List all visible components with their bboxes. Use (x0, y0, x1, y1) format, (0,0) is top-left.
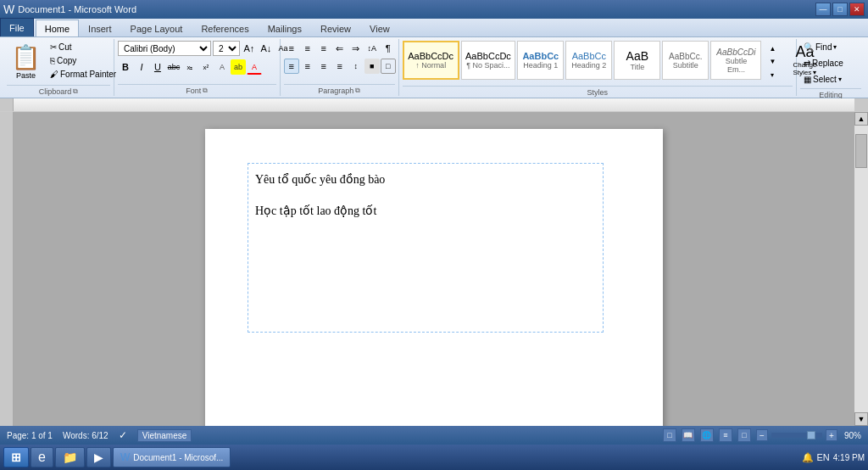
document-scroll-area[interactable]: Yêu tổ quốc yêu đồng bào Học tập tốt lao… (14, 112, 854, 426)
styles-scroll-down[interactable]: ▼ (765, 55, 780, 68)
tab-file[interactable]: File (0, 18, 34, 36)
style-title[interactable]: AaB Title (614, 41, 660, 80)
font-expand-icon[interactable]: ⧉ (203, 87, 208, 95)
strikethrough-button[interactable]: abc (166, 59, 181, 75)
taskbar-ie[interactable]: e (31, 447, 53, 467)
font-color-button[interactable]: A (247, 59, 262, 75)
maximize-button[interactable]: □ (832, 3, 848, 16)
style-subtle-em[interactable]: AaBbCcDi Subtle Em... (710, 41, 761, 80)
subscript-button[interactable]: x₂ (182, 59, 198, 75)
format-painter-button[interactable]: 🖌 Format Painter (47, 68, 120, 81)
style-subtle-em-label: Subtle Em... (715, 57, 756, 74)
highlight-button[interactable]: ab (231, 59, 246, 75)
zoom-out-button[interactable]: − (756, 429, 768, 441)
font-name-select[interactable]: Calibri (Body) (118, 41, 211, 56)
multilevel-button[interactable]: ≡ (316, 41, 331, 56)
scroll-track[interactable] (854, 126, 868, 412)
bold-button[interactable]: B (118, 59, 133, 75)
spell-check-icon[interactable]: ✓ (119, 429, 127, 441)
zoom-in-button[interactable]: + (826, 429, 837, 441)
style-heading2[interactable]: AaBbCc Heading 2 (565, 41, 612, 80)
tab-view[interactable]: View (360, 20, 399, 36)
align-right-button[interactable]: ≡ (316, 59, 331, 74)
minimize-button[interactable]: — (815, 3, 831, 16)
style-subtitle[interactable]: AaBbCc. Subtitle (662, 41, 709, 80)
style-heading2-label: Heading 2 (571, 61, 606, 70)
text-effects-button[interactable]: A (214, 59, 230, 75)
select-button[interactable]: ▦ Select ▾ (800, 73, 845, 86)
replace-label: Replace (812, 59, 843, 68)
scroll-up-button[interactable]: ▲ (854, 112, 868, 126)
tab-home[interactable]: Home (36, 20, 79, 36)
draft-view-button[interactable]: □ (737, 428, 751, 442)
font-top-row: Calibri (Body) 20 A↑ A↓ Aa (118, 41, 291, 56)
clipboard-content: 📋 Paste ✂ Cut ⎘ Copy 🖌 Format Painter (7, 39, 110, 84)
paragraph-group: ≡ ≡ ≡ ⇐ ⇒ ↕A ¶ ≡ ≡ ≡ ≡ ↕ ■ □ Paragraph ⧉ (281, 39, 399, 96)
font-size-select[interactable]: 20 (213, 41, 240, 56)
align-left-button[interactable]: ≡ (284, 59, 299, 74)
full-reading-button[interactable]: 📖 (682, 428, 695, 442)
cut-button[interactable]: ✂ Cut (47, 41, 120, 53)
copy-icon: ⎘ (50, 56, 55, 65)
shrink-font-button[interactable]: A↓ (259, 41, 274, 56)
show-hide-button[interactable]: ¶ (381, 41, 396, 56)
paste-button[interactable]: 📋 Paste (7, 41, 45, 82)
window-controls: — □ ✕ (815, 3, 865, 16)
scroll-thumb[interactable] (855, 134, 867, 168)
justify-button[interactable]: ≡ (332, 59, 348, 74)
replace-button[interactable]: ⇄ Replace (800, 57, 847, 70)
italic-button[interactable]: I (134, 59, 149, 75)
web-layout-button[interactable]: 🌐 (700, 428, 714, 442)
clipboard-label: Clipboard ⧉ (7, 85, 110, 97)
grow-font-button[interactable]: A↑ (242, 41, 257, 56)
language-button[interactable]: Vietnamese (137, 429, 192, 442)
title-text: Document1 - Microsoft Word (18, 4, 136, 14)
center-button[interactable]: ≡ (300, 59, 315, 74)
style-subtle-em-preview: AaBbCcDi (716, 48, 755, 57)
increase-indent-button[interactable]: ⇒ (348, 41, 364, 56)
zoom-slider[interactable] (771, 433, 822, 438)
tab-mailings[interactable]: Mailings (259, 20, 311, 36)
styles-content: AaBbCcDc ↑ Normal AaBbCcDc ¶ No Spaci...… (403, 39, 793, 85)
scissors-icon: ✂ (50, 42, 57, 52)
vertical-ruler (0, 112, 14, 426)
sort-button[interactable]: ↕A (364, 41, 380, 56)
clipboard-small-buttons: ✂ Cut ⎘ Copy 🖌 Format Painter (47, 41, 120, 81)
copy-button[interactable]: ⎘ Copy (47, 54, 120, 67)
decrease-indent-button[interactable]: ⇐ (332, 41, 348, 56)
style-no-spacing[interactable]: AaBbCcDc ¶ No Spaci... (461, 41, 516, 80)
start-button[interactable]: ⊞ (3, 447, 29, 467)
zoom-slider-thumb[interactable] (807, 431, 815, 439)
find-button[interactable]: 🔍 Find ▾ (800, 41, 840, 53)
styles-more[interactable]: ▾ (765, 69, 780, 81)
numbering-button[interactable]: ≡ (300, 41, 315, 56)
text-content-area[interactable]: Yêu tổ quốc yêu đồng bào Học tập tốt lao… (248, 163, 604, 333)
tab-references[interactable]: References (192, 20, 258, 36)
scroll-down-button[interactable]: ▼ (854, 412, 868, 426)
underline-button[interactable]: U (150, 59, 165, 75)
paragraph-content: ≡ ≡ ≡ ⇐ ⇒ ↕A ¶ ≡ ≡ ≡ ≡ ↕ ■ □ (284, 39, 395, 83)
styles-box: AaBbCcDc ↑ Normal AaBbCcDc ¶ No Spaci...… (403, 41, 762, 80)
paragraph-expand-icon[interactable]: ⧉ (355, 87, 360, 95)
borders-button[interactable]: □ (381, 59, 396, 74)
style-heading1[interactable]: AaBbCc Heading 1 (517, 41, 564, 80)
tab-review[interactable]: Review (311, 20, 360, 36)
clipboard-expand-icon[interactable]: ⧉ (73, 87, 78, 96)
print-layout-button[interactable]: □ (663, 428, 676, 442)
bullets-button[interactable]: ≡ (284, 41, 299, 56)
taskbar-folder[interactable]: 📁 (55, 447, 85, 467)
zoom-level: 90% (844, 431, 861, 440)
taskbar-word[interactable]: W Document1 - Microsof... (113, 447, 231, 467)
horizontal-ruler (14, 98, 854, 111)
close-button[interactable]: ✕ (849, 3, 865, 16)
taskbar-media[interactable]: ▶ (86, 447, 111, 467)
line-spacing-button[interactable]: ↕ (348, 59, 364, 74)
style-normal[interactable]: AaBbCcDc ↑ Normal (403, 41, 459, 80)
styles-scroll-up[interactable]: ▲ (765, 42, 780, 55)
style-title-preview: AaB (626, 49, 648, 63)
shading-button[interactable]: ■ (364, 59, 380, 74)
outline-view-button[interactable]: ≡ (719, 428, 732, 442)
tab-page-layout[interactable]: Page Layout (121, 20, 192, 36)
tab-insert[interactable]: Insert (79, 20, 121, 36)
superscript-button[interactable]: x² (198, 59, 214, 75)
